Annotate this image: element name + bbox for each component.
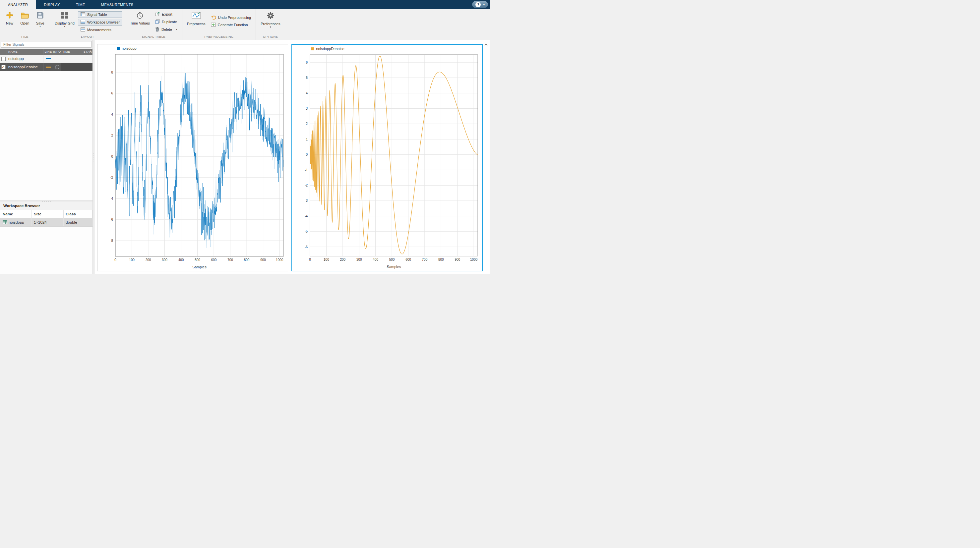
delete-button[interactable]: Delete ▾: [153, 26, 179, 33]
generate-function-icon: [211, 22, 216, 27]
workspace-browser-icon: [81, 20, 85, 24]
x-tick-label: 400: [373, 258, 378, 261]
tab-time[interactable]: TIME: [68, 0, 93, 9]
y-tick-label: -5: [305, 230, 308, 233]
workspace-table-header: Name Size Class: [0, 210, 92, 218]
workspace-row-noisdopp[interactable]: noisdopp 1×1024 double: [0, 218, 92, 227]
info-icon[interactable]: i: [55, 65, 59, 69]
measurements-toggle[interactable]: Measurements: [78, 27, 123, 33]
open-label: Open: [21, 21, 30, 25]
legend[interactable]: noisdoppDenoise: [311, 47, 344, 51]
ribbon-section-options: Preferences ▾ OPTIONS: [256, 9, 285, 40]
y-tick-label: -6: [305, 245, 308, 249]
open-button[interactable]: Open: [18, 10, 32, 26]
help-button[interactable]: ? ▾: [472, 1, 488, 8]
x-tick-label: 0: [115, 258, 116, 262]
signal-row-noisdopp[interactable]: noisdopp i: [0, 55, 92, 63]
legend-label: noisdopp: [122, 46, 137, 50]
workspace-browser-toggle[interactable]: Workspace Browser: [78, 19, 123, 25]
tab-display[interactable]: DISPLAY: [36, 0, 68, 9]
chart-canvas[interactable]: 01002003004005006007008009001000-8-6-4-2…: [97, 44, 288, 271]
ribbon-tab-bar: ANALYZER DISPLAY TIME MEASUREMENTS ? ▾: [0, 0, 490, 9]
sidebar-panel: NAME LINE INFO TIME START ★ noisdopp i ✓…: [0, 40, 93, 274]
main-content: NAME LINE INFO TIME START ★ noisdopp i ✓…: [0, 40, 490, 274]
header-time[interactable]: TIME: [61, 49, 82, 55]
chart-canvas[interactable]: 01002003004005006007008009001000-6-5-4-3…: [292, 45, 482, 271]
workspace-browser-title: Workspace Browser: [0, 202, 92, 210]
measurements-toggle-label: Measurements: [87, 28, 111, 32]
signal-table-icon: [81, 12, 85, 17]
x-tick-label: 200: [340, 258, 345, 261]
signal-visible-checkbox[interactable]: ✓: [1, 65, 6, 69]
duplicate-label: Duplicate: [162, 20, 177, 24]
header-name[interactable]: NAME: [7, 49, 43, 55]
x-tick-label: 800: [244, 258, 250, 262]
y-tick-label: 0: [111, 155, 113, 158]
plot-panel-noisdopp[interactable]: 01002003004005006007008009001000-8-6-4-2…: [97, 44, 288, 272]
section-label-preprocessing: PREPROCESSING: [182, 35, 256, 40]
new-button[interactable]: New: [3, 10, 17, 26]
ribbon-section-signal-table: Time Values Export Duplicate: [125, 9, 182, 40]
x-tick-label: 100: [324, 258, 329, 261]
x-tick-label: 300: [356, 258, 362, 261]
x-tick-label: 600: [406, 258, 411, 261]
gear-icon: [267, 11, 275, 21]
time-values-button[interactable]: Time Values: [128, 10, 152, 26]
section-label-file: FILE: [0, 35, 50, 40]
signal-row-noisdoppdenoise[interactable]: ✓ noisdoppDenoise i: [0, 63, 92, 71]
collapse-ribbon-icon[interactable]: [484, 42, 489, 47]
matrix-icon: [3, 220, 7, 225]
undo-icon: [211, 15, 216, 20]
delete-label: Delete: [161, 27, 172, 32]
tab-measurements[interactable]: MEASUREMENTS: [93, 0, 142, 9]
new-icon: [6, 11, 13, 20]
tab-analyzer[interactable]: ANALYZER: [0, 0, 36, 9]
workspace-header-class[interactable]: Class: [64, 210, 92, 218]
x-tick-label: 100: [129, 258, 135, 262]
time-values-label: Time Values: [130, 21, 150, 25]
signal-time-cell: [61, 55, 82, 63]
generate-function-button[interactable]: Generate Function: [209, 22, 253, 28]
y-tick-label: 1: [305, 138, 308, 141]
export-button[interactable]: Export: [153, 11, 179, 17]
preferences-button[interactable]: Preferences ▾: [259, 10, 282, 29]
series-line-noisdopp[interactable]: [115, 67, 283, 248]
line-style-swatch[interactable]: [46, 58, 51, 59]
clock-icon: [136, 11, 143, 20]
line-style-swatch[interactable]: [46, 67, 51, 68]
filter-signals-input[interactable]: [1, 41, 92, 48]
caret-down-icon: ▾: [64, 25, 65, 28]
caret-down-icon: ▾: [40, 25, 41, 28]
y-tick-label: -4: [305, 214, 308, 218]
y-tick-label: 8: [111, 71, 113, 74]
x-tick-label: 0: [309, 258, 311, 261]
measurements-icon: [81, 27, 85, 32]
workspace-header-name[interactable]: Name: [0, 210, 32, 218]
legend[interactable]: noisdopp: [117, 46, 137, 50]
workspace-header-size[interactable]: Size: [32, 210, 64, 218]
undo-preprocessing-button[interactable]: Undo Preprocessing: [209, 14, 253, 21]
display-grid-button[interactable]: Display Grid ▾: [53, 10, 76, 29]
x-tick-label: 500: [389, 258, 395, 261]
signal-table-toggle-label: Signal Table: [87, 13, 107, 17]
legend-swatch: [311, 48, 314, 50]
plot-panel-noisdoppdenoise[interactable]: 01002003004005006007008009001000-6-5-4-3…: [291, 44, 483, 272]
signal-table-toggle[interactable]: Signal Table: [78, 11, 123, 18]
y-tick-label: -4: [110, 197, 113, 200]
axes-box: [115, 54, 283, 256]
workspace-var-size: 1×1024: [32, 218, 64, 226]
folder-icon: [21, 11, 29, 20]
series-line-noisdoppDenoise[interactable]: [310, 56, 478, 254]
caret-down-icon: ▾: [176, 28, 177, 31]
duplicate-icon: [155, 19, 160, 24]
y-tick-label: 2: [111, 133, 113, 137]
y-tick-label: -3: [305, 199, 308, 202]
ribbon-section-layout: Display Grid ▾ Signal Table Workspace Br…: [50, 9, 125, 40]
header-info[interactable]: INFO: [52, 49, 61, 55]
favorites-icon[interactable]: ★: [89, 49, 92, 53]
duplicate-button[interactable]: Duplicate: [153, 19, 179, 25]
preprocess-button[interactable]: Preprocess: [185, 10, 208, 27]
signal-visible-checkbox[interactable]: [1, 57, 6, 61]
save-button[interactable]: Save ▾: [33, 10, 47, 29]
header-line[interactable]: LINE: [43, 49, 52, 55]
